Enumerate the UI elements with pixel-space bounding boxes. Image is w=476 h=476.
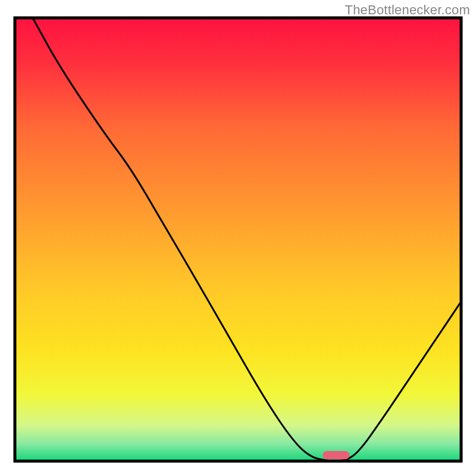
bottleneck-chart xyxy=(0,0,476,476)
watermark-text: TheBottlenecker.com xyxy=(345,2,470,18)
chart-container: { "watermark": "TheBottlenecker.com", "c… xyxy=(0,0,476,476)
gradient-background xyxy=(15,18,461,461)
optimal-marker xyxy=(323,451,350,459)
